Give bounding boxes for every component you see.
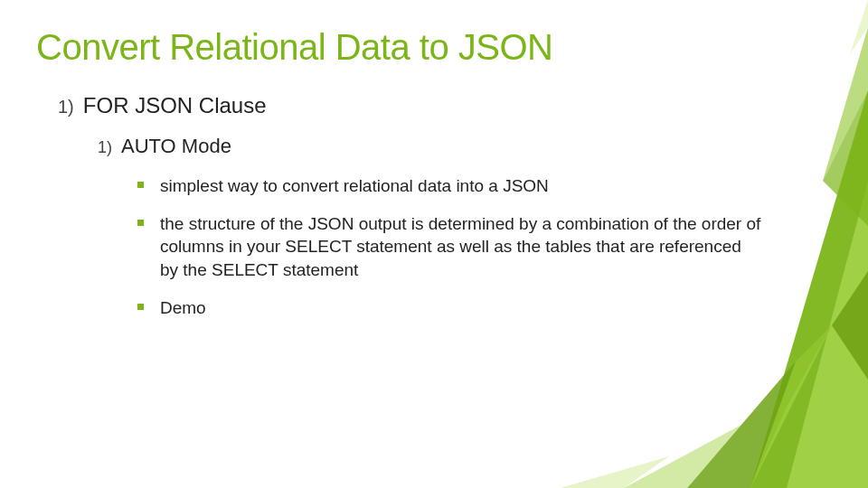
bullet-text: the structure of the JSON output is dete…: [160, 212, 761, 282]
square-bullet-icon: [137, 220, 144, 226]
svg-marker-7: [832, 271, 868, 380]
level1-text: FOR JSON Clause: [83, 93, 267, 118]
slide-container: Convert Relational Data to JSON 1) FOR J…: [0, 0, 868, 488]
svg-marker-5: [624, 425, 741, 488]
bullet-item: the structure of the JSON output is dete…: [137, 212, 761, 282]
bullet-item: Demo: [137, 296, 761, 320]
svg-marker-1: [787, 181, 868, 488]
slide-title: Convert Relational Data to JSON: [36, 27, 832, 68]
level1-number: 1): [58, 97, 74, 117]
svg-marker-6: [561, 456, 669, 488]
svg-marker-4: [750, 325, 832, 488]
bullet-text: simplest way to convert relational data …: [160, 174, 549, 198]
svg-marker-3: [687, 361, 796, 488]
level2-text: AUTO Mode: [121, 135, 231, 158]
level2-number: 1): [98, 138, 112, 157]
bullet-text: Demo: [160, 296, 206, 320]
outline-level2: 1) AUTO Mode: [98, 135, 832, 158]
square-bullet-icon: [137, 304, 144, 310]
square-bullet-icon: [137, 182, 144, 188]
svg-marker-9: [850, 0, 868, 54]
outline-level1: 1) FOR JSON Clause: [58, 93, 832, 118]
bullet-item: simplest way to convert relational data …: [137, 174, 761, 198]
svg-marker-8: [750, 325, 832, 488]
